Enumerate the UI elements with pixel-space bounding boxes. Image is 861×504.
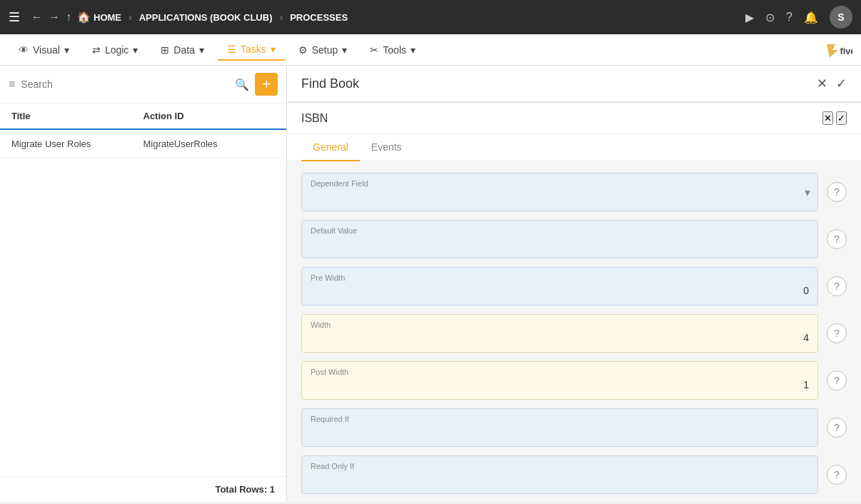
dependent-field-help-button[interactable]: ? bbox=[827, 182, 847, 202]
svg-text:five: five bbox=[840, 45, 852, 56]
isbn-title: ISBN bbox=[301, 112, 822, 125]
tasks-dropdown-icon: ▾ bbox=[271, 44, 276, 55]
data-dropdown-icon: ▾ bbox=[199, 44, 204, 56]
search-circle-icon[interactable]: ⊙ bbox=[765, 11, 775, 24]
add-button[interactable]: + bbox=[255, 73, 278, 96]
isbn-panel: ISBN ✕ ✓ General Events Dependent Field bbox=[287, 103, 861, 502]
pre-width-label: Pre Width bbox=[311, 273, 809, 282]
default-value-label: Default Value bbox=[311, 226, 809, 235]
logic-icon: ⇄ bbox=[92, 44, 101, 56]
top-navigation: ☰ ← → ↑ 🏠 HOME › APPLICATIONS (BOOK CLUB… bbox=[0, 0, 861, 34]
width-help-button[interactable]: ? bbox=[827, 323, 847, 343]
total-rows-label: Total Rows: 1 bbox=[215, 484, 275, 495]
default-value-help-button[interactable]: ? bbox=[827, 229, 847, 249]
read-only-if-field[interactable]: Read Only If bbox=[301, 455, 818, 494]
secondary-navigation: 👁 Visual ▾ ⇄ Logic ▾ ⊞ Data ▾ ☰ Tasks ▾ … bbox=[0, 34, 861, 66]
play-icon[interactable]: ▶ bbox=[745, 11, 754, 24]
tab-events[interactable]: Events bbox=[360, 134, 413, 161]
bell-icon[interactable]: 🔔 bbox=[804, 11, 818, 24]
filter-icon: ≡ bbox=[9, 78, 15, 91]
search-bar: ≡ 🔍 + bbox=[0, 66, 286, 104]
svg-marker-0 bbox=[827, 44, 838, 57]
form-content: Dependent Field ▾ ? Default Value ? bbox=[287, 161, 861, 502]
nav-tools[interactable]: ✂ Tools ▾ bbox=[360, 40, 426, 60]
breadcrumb-sep-1: › bbox=[129, 11, 132, 23]
find-book-panel: Find Book ✕ ✓ bbox=[287, 66, 861, 103]
width-field[interactable]: Width 4 bbox=[301, 314, 818, 353]
sidebar-footer: Total Rows: 1 bbox=[0, 476, 286, 502]
post-width-row: Post Width 1 ? bbox=[301, 361, 847, 400]
tools-icon: ✂ bbox=[370, 44, 378, 56]
eye-icon: 👁 bbox=[19, 44, 29, 56]
back-button[interactable]: ← bbox=[31, 11, 43, 24]
left-sidebar: ≡ 🔍 + Title Action ID Migrate User Roles… bbox=[0, 66, 287, 502]
isbn-actions: ✕ ✓ bbox=[822, 111, 847, 125]
isbn-save-button[interactable]: ✓ bbox=[836, 111, 847, 125]
nav-tasks[interactable]: ☰ Tasks ▾ bbox=[217, 39, 286, 61]
user-avatar[interactable]: S bbox=[830, 6, 852, 29]
search-input[interactable] bbox=[21, 79, 229, 90]
required-if-row: Required If ? bbox=[301, 408, 847, 447]
tab-general[interactable]: General bbox=[301, 134, 360, 161]
nav-setup-label: Setup bbox=[312, 44, 338, 56]
isbn-tabs: General Events bbox=[287, 134, 861, 161]
isbn-header: ISBN ✕ ✓ bbox=[287, 103, 861, 134]
nav-data-label: Data bbox=[173, 44, 195, 56]
table-header: Title Action ID bbox=[0, 104, 286, 130]
visual-dropdown-icon: ▾ bbox=[64, 44, 69, 56]
required-if-help-button[interactable]: ? bbox=[827, 418, 847, 438]
width-row: Width 4 ? bbox=[301, 314, 847, 353]
nav-visual[interactable]: 👁 Visual ▾ bbox=[9, 40, 79, 60]
nav-logic[interactable]: ⇄ Logic ▾ bbox=[82, 40, 148, 60]
post-width-value: 1 bbox=[311, 379, 809, 390]
required-if-field[interactable]: Required If bbox=[301, 408, 818, 447]
pre-width-help-button[interactable]: ? bbox=[827, 276, 847, 296]
nav-data[interactable]: ⊞ Data ▾ bbox=[151, 40, 214, 60]
nav-logic-label: Logic bbox=[105, 44, 129, 56]
dependent-field-dropdown-icon: ▾ bbox=[805, 186, 810, 199]
post-width-field[interactable]: Post Width 1 bbox=[301, 361, 818, 400]
post-width-help-button[interactable]: ? bbox=[827, 371, 847, 390]
nav-setup[interactable]: ⚙ Setup ▾ bbox=[288, 40, 358, 60]
setup-icon: ⚙ bbox=[298, 44, 308, 56]
pre-width-field[interactable]: Pre Width 0 bbox=[301, 267, 818, 306]
up-button[interactable]: ↑ bbox=[66, 11, 71, 24]
find-book-title: Find Book bbox=[301, 76, 817, 91]
find-book-close-button[interactable]: ✕ bbox=[817, 76, 827, 91]
read-only-if-help-button[interactable]: ? bbox=[827, 465, 847, 485]
dependent-field-label: Dependent Field bbox=[311, 179, 809, 188]
find-book-header: Find Book ✕ ✓ bbox=[287, 66, 861, 102]
read-only-if-row: Read Only If ? bbox=[301, 455, 847, 494]
width-value: 4 bbox=[311, 332, 809, 343]
data-icon: ⊞ bbox=[161, 44, 169, 56]
forward-button[interactable]: → bbox=[49, 11, 60, 24]
row-action-id: MigrateUserRoles bbox=[144, 138, 276, 149]
find-book-actions: ✕ ✓ bbox=[817, 76, 847, 91]
nav-tools-label: Tools bbox=[383, 44, 406, 56]
default-value-field[interactable]: Default Value bbox=[301, 220, 818, 258]
col-action-header: Action ID bbox=[144, 111, 276, 121]
search-icon[interactable]: 🔍 bbox=[235, 78, 249, 91]
main-layout: ≡ 🔍 + Title Action ID Migrate User Roles… bbox=[0, 66, 861, 502]
required-if-label: Required If bbox=[311, 415, 809, 423]
home-label: HOME bbox=[94, 12, 121, 23]
top-nav-icons: ▶ ⊙ ? 🔔 S bbox=[745, 6, 852, 29]
default-value-row: Default Value ? bbox=[301, 220, 847, 258]
breadcrumb-applications[interactable]: APPLICATIONS (BOOK CLUB) bbox=[139, 12, 273, 23]
table-row[interactable]: Migrate User Roles MigrateUserRoles bbox=[0, 130, 286, 158]
find-book-save-button[interactable]: ✓ bbox=[836, 76, 847, 91]
breadcrumb-processes[interactable]: PROCESSES bbox=[290, 12, 348, 23]
nav-tasks-label: Tasks bbox=[241, 44, 266, 55]
hamburger-menu[interactable]: ☰ bbox=[9, 9, 20, 25]
isbn-close-button[interactable]: ✕ bbox=[822, 111, 833, 125]
col-title-header: Title bbox=[11, 111, 144, 121]
breadcrumb-home[interactable]: 🏠 HOME bbox=[77, 11, 121, 24]
dependent-field-row: Dependent Field ▾ ? bbox=[301, 173, 847, 211]
dependent-field[interactable]: Dependent Field ▾ bbox=[301, 173, 818, 211]
nav-visual-label: Visual bbox=[33, 44, 60, 56]
logic-dropdown-icon: ▾ bbox=[133, 44, 138, 56]
pre-width-row: Pre Width 0 ? bbox=[301, 267, 847, 306]
help-icon[interactable]: ? bbox=[786, 11, 792, 24]
five-logo: five bbox=[824, 40, 852, 60]
tasks-icon: ☰ bbox=[227, 44, 236, 55]
